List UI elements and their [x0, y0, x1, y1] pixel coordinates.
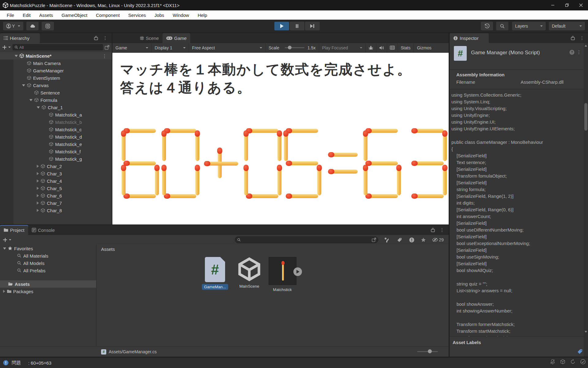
collapse-arrow-icon[interactable] — [22, 84, 25, 86]
hierarchy-item-matchstick-e[interactable]: Matchstick_e — [0, 140, 112, 148]
menu-component[interactable]: Component — [92, 10, 124, 20]
expand-arrow-icon[interactable] — [37, 172, 39, 175]
icon-size-slider-knob[interactable] — [428, 349, 432, 353]
step-button[interactable] — [305, 22, 320, 30]
matchstick[interactable] — [367, 194, 398, 198]
scale-slider[interactable] — [285, 47, 304, 48]
hierarchy-item-char-1[interactable]: Char_1 — [0, 104, 112, 111]
hierarchy-item-eventsystem[interactable]: EventSystem — [0, 74, 112, 82]
scene-options-icon[interactable]: ⋮ — [102, 54, 107, 58]
project-tree-item-packages[interactable]: Packages — [0, 288, 96, 295]
matchstick[interactable] — [244, 166, 248, 195]
open-search-window-icon[interactable] — [105, 45, 109, 50]
tab-scene[interactable]: Scene — [136, 33, 163, 43]
menu-window[interactable]: Window — [168, 10, 193, 20]
collapse-arrow-icon[interactable] — [29, 99, 32, 101]
hierarchy-item-char-7[interactable]: Char_7 — [0, 199, 112, 207]
matchstick[interactable] — [367, 161, 398, 165]
lock-icon[interactable] — [571, 36, 575, 40]
hierarchy-item-char-3[interactable]: Char_3 — [0, 170, 112, 177]
chevron-down-icon[interactable] — [8, 47, 11, 49]
matchstick[interactable] — [247, 194, 278, 198]
hierarchy-item-mainscene[interactable]: MainScene*⋮ — [0, 52, 112, 59]
hierarchy-item-matchstick-g[interactable]: Matchstick_g — [0, 155, 112, 163]
matchstick[interactable] — [122, 166, 126, 195]
matchstick[interactable] — [205, 162, 238, 166]
project-tree-item-assets[interactable]: Assets — [0, 280, 96, 288]
matchstick[interactable] — [329, 153, 358, 157]
create-add-icon[interactable] — [3, 238, 7, 242]
hierarchy-item-main-camera[interactable]: Main Camera — [0, 59, 112, 67]
tab-console[interactable]: Console — [28, 225, 58, 235]
expand-arrow-icon[interactable] — [37, 201, 39, 205]
menu-edit[interactable]: Edit — [18, 10, 35, 20]
matchstick[interactable] — [125, 161, 156, 165]
tab-project[interactable]: Project — [0, 225, 28, 235]
tab-hierarchy[interactable]: Hierarchy — [0, 33, 40, 43]
stats-toggle[interactable]: Stats — [398, 43, 414, 53]
inspector-scrollbar[interactable] — [584, 43, 588, 357]
status-check-icon[interactable] — [580, 359, 586, 364]
cloud-services-button[interactable] — [26, 22, 39, 30]
label-tag-icon[interactable] — [577, 349, 582, 354]
matchstick[interactable] — [317, 166, 321, 195]
menu-help[interactable]: Help — [193, 10, 211, 20]
refresh-icon[interactable] — [570, 359, 575, 364]
project-tree-item-all-prefabs[interactable]: All Prefabs — [0, 267, 96, 274]
matchstick[interactable] — [195, 166, 199, 195]
hierarchy-item-char-6[interactable]: Char_6 — [0, 192, 112, 199]
hierarchy-item-matchstick-a[interactable]: Matchstick_a — [0, 111, 112, 118]
collapse-arrow-icon[interactable] — [37, 106, 40, 109]
more-options-icon[interactable]: ⋮ — [580, 36, 584, 40]
status-message-value[interactable]: : 60+05=63 — [28, 360, 51, 366]
matchstick[interactable] — [443, 132, 447, 161]
play-focused-dropdown[interactable]: Play Focused — [319, 43, 366, 53]
matchstick[interactable] — [162, 166, 166, 195]
metrics-button[interactable] — [387, 43, 398, 53]
more-options-icon[interactable]: ⋮ — [440, 228, 444, 232]
hierarchy-search-input[interactable]: All — [13, 44, 103, 50]
expand-arrow-icon[interactable] — [37, 187, 39, 190]
tab-inspector[interactable]: Inspector — [450, 33, 489, 43]
menu-jobs[interactable]: Jobs — [150, 10, 168, 20]
gizmos-dropdown[interactable]: Gizmos — [414, 43, 434, 53]
status-message-label[interactable]: 問題 — [12, 360, 21, 366]
matchstick[interactable] — [287, 161, 318, 165]
hierarchy-item-char-2[interactable]: Char_2 — [0, 163, 112, 170]
filter-by-label-icon[interactable] — [396, 236, 403, 243]
matchstick[interactable] — [277, 132, 281, 161]
project-search-input[interactable] — [235, 236, 378, 243]
hierarchy-item-sentence[interactable]: Sentence — [0, 89, 112, 96]
matchstick[interactable] — [329, 170, 358, 174]
debug-bug-button[interactable] — [366, 43, 376, 53]
matchstick[interactable] — [247, 129, 278, 133]
matchstick[interactable] — [122, 132, 126, 161]
matchstick[interactable] — [155, 166, 159, 195]
lock-icon[interactable] — [431, 228, 435, 232]
chevron-down-icon[interactable] — [9, 239, 11, 242]
aspect-ratio-dropdown[interactable]: Free Aspect — [189, 43, 266, 53]
matchstick[interactable] — [443, 166, 447, 195]
undo-history-button[interactable] — [481, 22, 493, 30]
more-options-icon[interactable]: ⋮ — [103, 36, 107, 40]
matchstick[interactable] — [364, 166, 368, 195]
favorites-star-icon[interactable] — [420, 236, 427, 243]
hierarchy-item-char-8[interactable]: Char_8 — [0, 207, 112, 214]
matchstick[interactable] — [244, 132, 248, 161]
matchstick[interactable] — [397, 166, 401, 195]
expand-arrow-icon[interactable] — [37, 194, 39, 197]
display-number-dropdown[interactable]: Display 1 — [152, 43, 189, 53]
hidden-count-toggle[interactable]: 29 — [430, 236, 446, 243]
alerts-icon[interactable] — [408, 236, 415, 243]
matchstick[interactable] — [277, 166, 281, 195]
project-tree-item-all-models[interactable]: All Models — [0, 259, 96, 267]
collapse-arrow-icon[interactable] — [3, 247, 6, 250]
hierarchy-item-gamemanager[interactable]: GameManager — [0, 67, 112, 74]
matchstick[interactable] — [287, 194, 318, 198]
hierarchy-item-matchstick-b[interactable]: Matchstick_b — [0, 118, 112, 126]
asset-mainscene[interactable]: MainScene — [234, 257, 265, 289]
hierarchy-item-matchstick-d[interactable]: Matchstick_d — [0, 133, 112, 140]
asset-matchstick[interactable]: Matchstick — [267, 257, 298, 293]
menu-assets[interactable]: Assets — [35, 10, 57, 20]
create-add-icon[interactable] — [2, 45, 6, 49]
